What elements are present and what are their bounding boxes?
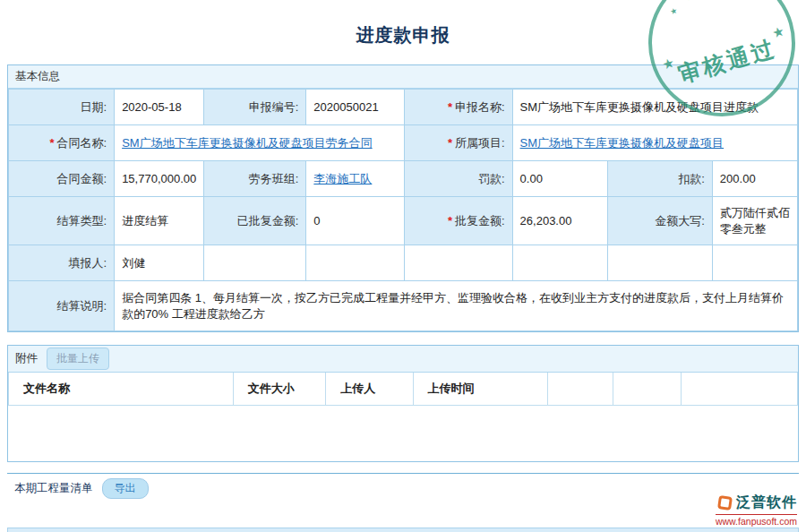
amount-in-words-value: 贰万陆仟贰佰零叁元整 [712, 197, 797, 245]
contract-amount-label-cell: 合同金额: [9, 161, 115, 197]
empty-cell [405, 245, 512, 281]
required-asterisk: * [448, 136, 452, 150]
basic-info-section: 基本信息 日期: 2020-05-18 申报编号: 2020050021 *申报… [7, 64, 799, 332]
next-table-header-strip [7, 528, 799, 532]
approval-amount-label-cell: *批复金额: [405, 197, 512, 245]
approved-amount-value: 0 [306, 197, 405, 245]
deduction-label: 扣款: [678, 172, 705, 185]
date-label-cell: 日期: [9, 90, 115, 125]
project-label: 所属项目: [455, 136, 505, 150]
form-content: 基本信息 日期: 2020-05-18 申报编号: 2020050021 *申报… [7, 64, 799, 503]
empty-cell [607, 245, 712, 281]
declaration-name-label: 申报名称: [455, 100, 505, 114]
date-value: 2020-05-18 [115, 90, 204, 125]
penalty-label-cell: 罚款: [405, 161, 512, 197]
preparer-label: 填报人: [69, 256, 107, 270]
fanpu-logo: 泛普软件 www.fanpusoft.com [716, 493, 797, 528]
labor-team-label: 劳务班组: [249, 172, 299, 185]
required-asterisk: * [448, 214, 452, 227]
contract-amount-label: 合同金额: [57, 172, 107, 185]
fanpu-brand-row: 泛普软件 [716, 493, 797, 512]
empty-cell [712, 245, 797, 281]
contract-name-value-cell: SM广场地下车库更换摄像机及硬盘项目劳务合同 [115, 125, 405, 161]
basic-info-title: 基本信息 [15, 69, 60, 84]
settlement-note-label: 结算说明: [57, 299, 107, 313]
penalty-label: 罚款: [478, 172, 505, 185]
empty-column-header [613, 373, 681, 405]
amount-in-words-label: 金额大写: [655, 214, 705, 227]
fanpu-brand-name: 泛普软件 [736, 493, 797, 512]
date-label: 日期: [81, 100, 107, 114]
penalty-value: 0.00 [512, 161, 607, 197]
declaration-no-value: 2020050021 [306, 90, 405, 125]
basic-info-header: 基本信息 [8, 65, 798, 89]
batch-upload-button[interactable]: 批量上传 [47, 348, 109, 370]
basic-info-table: 日期: 2020-05-18 申报编号: 2020050021 *申报名称: S… [8, 89, 798, 331]
fanpu-logo-icon [717, 495, 733, 511]
project-label-cell: *所属项目: [405, 125, 512, 161]
project-value-cell: SM广场地下车库更换摄像机及硬盘项目 [512, 125, 797, 161]
preparer-value: 刘健 [115, 245, 204, 281]
preparer-label-cell: 填报人: [9, 245, 115, 281]
empty-cell [306, 245, 405, 281]
approved-amount-label-cell: 已批复金额: [204, 197, 306, 245]
empty-column-header [548, 373, 613, 405]
file-name-column-header: 文件名称 [9, 373, 234, 405]
attachments-header-row: 文件名称 文件大小 上传人 上传时间 [9, 373, 798, 405]
labor-team-value-cell: 李海施工队 [306, 161, 405, 197]
basic-info-row-6: 结算说明: 据合同第四条 1、每月结算一次，按乙方已完成工程量并经甲方、监理验收… [9, 281, 798, 331]
basic-info-row-5: 填报人: 刘健 [9, 245, 798, 281]
page-title: 进度款申报 [0, 0, 806, 47]
approved-amount-label: 已批复金额: [237, 214, 299, 227]
contract-amount-value: 15,770,000.00 [115, 161, 204, 197]
project-link[interactable]: SM广场地下车库更换摄像机及硬盘项目 [520, 136, 725, 150]
basic-info-row-3: 合同金额: 15,770,000.00 劳务班组: 李海施工队 罚款: 0.00… [9, 161, 798, 197]
upload-time-column-header: 上传时间 [413, 373, 548, 405]
settlement-type-value: 进度结算 [115, 197, 204, 245]
contract-name-link[interactable]: SM广场地下车库更换摄像机及硬盘项目劳务合同 [122, 136, 373, 150]
approval-amount-label: 批复金额: [455, 214, 505, 227]
basic-info-row-4: 结算类型: 进度结算 已批复金额: 0 *批复金额: 26,203.00 金额大… [9, 197, 798, 245]
empty-cell [204, 245, 306, 281]
settlement-note-value: 据合同第四条 1、每月结算一次，按乙方已完成工程量并经甲方、监理验收合格，在收到… [115, 281, 798, 331]
fanpu-website: www.fanpusoft.com [716, 514, 797, 527]
settlement-note-label-cell: 结算说明: [9, 281, 115, 331]
required-asterisk: * [49, 136, 54, 150]
labor-team-label-cell: 劳务班组: [204, 161, 306, 197]
attachments-table: 文件名称 文件大小 上传人 上传时间 [8, 373, 798, 406]
labor-team-link[interactable]: 李海施工队 [313, 172, 372, 185]
export-button[interactable]: 导出 [102, 478, 149, 499]
contract-name-label: 合同名称: [57, 136, 107, 150]
attachments-header: 附件 批量上传 [8, 346, 798, 373]
deduction-value: 200.00 [712, 161, 797, 197]
basic-info-row-2: *合同名称: SM广场地下车库更换摄像机及硬盘项目劳务合同 *所属项目: SM广… [9, 125, 798, 161]
uploader-column-header: 上传人 [326, 373, 413, 405]
basic-info-row-1: 日期: 2020-05-18 申报编号: 2020050021 *申报名称: S… [9, 90, 798, 125]
declaration-name-label-cell: *申报名称: [405, 90, 512, 125]
quantity-list-section: 本期工程量清单 导出 [7, 473, 799, 503]
settlement-type-label: 结算类型: [57, 214, 107, 227]
attachments-title: 附件 [15, 351, 38, 366]
approval-amount-value: 26,203.00 [512, 197, 607, 245]
contract-name-label-cell: *合同名称: [9, 125, 115, 161]
empty-column-header [681, 373, 798, 405]
settlement-type-label-cell: 结算类型: [9, 197, 115, 245]
deduction-label-cell: 扣款: [607, 161, 712, 197]
amount-in-words-label-cell: 金额大写: [607, 197, 712, 245]
attachments-section: 附件 批量上传 文件名称 文件大小 上传人 上传时间 [7, 345, 799, 462]
declaration-name-value: SM广场地下车库更换摄像机及硬盘项目进度款 [512, 90, 797, 125]
required-asterisk: * [448, 100, 452, 114]
declaration-no-label: 申报编号: [249, 100, 299, 114]
attachments-empty-body [8, 406, 798, 461]
progress-payment-declaration-page: 进度款申报 ★ ★ ★ ★ ★ ★ ★ 审核通过 基本信息 日期: [0, 0, 806, 532]
empty-cell [512, 245, 607, 281]
file-size-column-header: 文件大小 [233, 373, 325, 405]
quantity-list-title: 本期工程量清单 [14, 481, 93, 496]
declaration-no-label-cell: 申报编号: [204, 90, 306, 125]
